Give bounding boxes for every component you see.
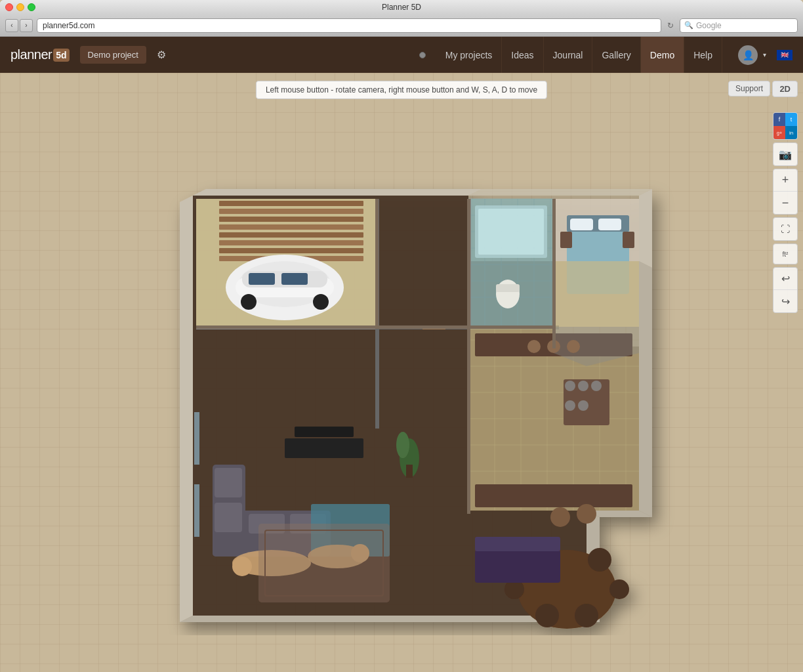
tooltip-text: Left mouse button - rotate camera, right…	[266, 85, 537, 94]
avatar[interactable]: 👤	[738, 45, 758, 65]
svg-rect-100	[406, 465, 413, 478]
svg-rect-87	[215, 468, 242, 497]
svg-rect-96	[285, 438, 363, 458]
svg-rect-14	[219, 217, 363, 222]
project-name[interactable]: Demo project	[80, 46, 146, 64]
svg-point-91	[232, 556, 252, 576]
logo-text: planner	[10, 47, 52, 62]
svg-point-99	[396, 432, 409, 458]
svg-point-104	[535, 604, 559, 627]
svg-rect-42	[478, 209, 544, 255]
traffic-lights	[5, 3, 35, 11]
svg-rect-15	[219, 224, 363, 230]
svg-point-108	[550, 507, 570, 527]
app-header: planner 5d Demo project ⚙ My projects Id…	[0, 37, 803, 73]
svg-point-77	[578, 400, 588, 411]
svg-rect-88	[215, 503, 242, 532]
close-button[interactable]	[5, 3, 13, 11]
svg-point-105	[575, 604, 598, 627]
browser-window: Planner 5D ‹ › planner5d.com ↻ 🔍 Google …	[0, 0, 803, 672]
svg-rect-48	[570, 219, 593, 230]
svg-rect-110	[475, 550, 560, 583]
svg-marker-5	[639, 261, 652, 517]
tooltip-bar: Left mouse button - rotate camera, right…	[256, 81, 547, 99]
svg-rect-17	[219, 240, 363, 245]
nav-my-projects[interactable]: My projects	[436, 37, 503, 73]
browser-toolbar: ‹ › planner5d.com ↻ 🔍 Google	[0, 14, 803, 37]
svg-rect-115	[196, 326, 469, 329]
svg-rect-50	[560, 232, 572, 248]
svg-marker-7	[468, 189, 652, 196]
svg-rect-97	[295, 427, 354, 437]
svg-point-73	[565, 381, 575, 391]
svg-rect-71	[475, 484, 632, 507]
svg-rect-94	[258, 524, 390, 602]
nav-journal[interactable]: Journal	[544, 37, 593, 73]
svg-rect-116	[375, 199, 379, 329]
svg-point-79	[527, 340, 541, 353]
scene-container	[0, 73, 803, 672]
language-flag[interactable]: 🇬🇧	[777, 50, 793, 60]
svg-rect-24	[249, 273, 275, 285]
svg-marker-8	[639, 189, 652, 268]
url-text: planner5d.com	[43, 21, 94, 30]
back-button[interactable]: ‹	[5, 19, 18, 32]
logo-suffix: 5d	[53, 49, 69, 62]
gear-icon[interactable]: ⚙	[157, 49, 166, 61]
svg-rect-49	[598, 219, 621, 230]
svg-point-103	[588, 548, 611, 572]
svg-marker-1	[180, 196, 193, 622]
browser-title: Planner 5D	[382, 3, 421, 12]
nav-help[interactable]: Help	[684, 37, 722, 73]
status-dot	[419, 52, 426, 58]
search-bar[interactable]: 🔍 Google	[680, 18, 798, 33]
nav-ideas[interactable]: Ideas	[502, 37, 543, 73]
address-bar[interactable]: planner5d.com	[37, 18, 661, 33]
svg-rect-112	[194, 484, 199, 537]
logo: planner 5d	[10, 47, 70, 62]
main-content: Left mouse button - rotate camera, right…	[0, 73, 803, 672]
svg-point-107	[609, 579, 629, 599]
browser-titlebar: Planner 5D	[0, 0, 803, 14]
user-area: 👤 ▾	[733, 45, 766, 65]
svg-point-109	[577, 504, 596, 524]
svg-rect-119	[467, 199, 470, 514]
nav-demo[interactable]: Demo	[641, 37, 684, 73]
svg-rect-113	[194, 412, 199, 465]
search-icon: 🔍	[684, 21, 693, 30]
svg-rect-16	[219, 232, 363, 238]
svg-point-81	[567, 340, 580, 353]
forward-button[interactable]: ›	[20, 19, 33, 32]
svg-rect-51	[623, 232, 634, 248]
svg-point-26	[241, 294, 257, 310]
svg-rect-18	[219, 248, 363, 253]
svg-point-76	[565, 400, 575, 411]
svg-rect-13	[219, 209, 363, 214]
svg-rect-25	[281, 273, 308, 285]
svg-point-74	[578, 381, 588, 391]
minimize-button[interactable]	[16, 3, 24, 11]
maximize-button[interactable]	[28, 3, 35, 11]
svg-point-75	[591, 381, 602, 391]
nav-buttons: ‹ ›	[5, 19, 33, 32]
floor-plan-3d[interactable]	[94, 110, 685, 635]
svg-point-43	[496, 280, 520, 308]
nav-gallery[interactable]: Gallery	[592, 37, 640, 73]
nav-links: My projects Ideas Journal Gallery Demo H…	[436, 37, 722, 73]
refresh-button[interactable]: ↻	[665, 20, 676, 31]
svg-marker-6	[193, 189, 482, 196]
svg-rect-118	[468, 326, 554, 329]
svg-rect-12	[219, 201, 363, 206]
search-placeholder: Google	[696, 21, 722, 30]
dropdown-icon[interactable]: ▾	[763, 51, 766, 58]
svg-point-27	[313, 294, 329, 310]
svg-rect-44	[496, 284, 520, 292]
svg-rect-111	[475, 537, 560, 551]
